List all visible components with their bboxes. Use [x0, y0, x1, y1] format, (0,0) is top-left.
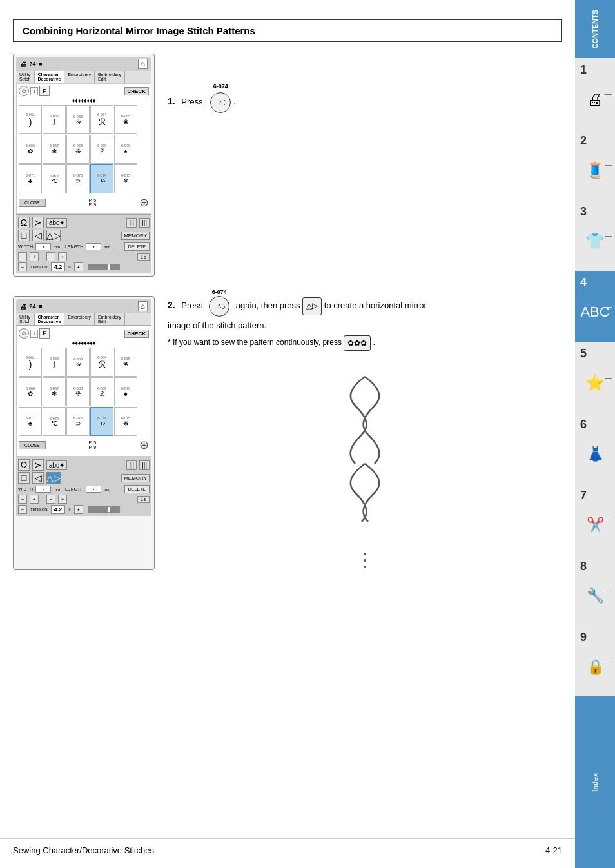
ctrl-mirror-2[interactable]: △▷ [46, 472, 61, 484]
ctrl-abc[interactable]: abc✦ [46, 218, 67, 228]
tension-label: TENSION [30, 265, 48, 269]
step2-button[interactable]: ꩳ [209, 296, 229, 317]
stitch-cell2-6063[interactable]: 6-063 𝒲 [66, 348, 90, 377]
stitch-cell2-6064[interactable]: 6-064 ℛ [90, 348, 113, 377]
stitch-cell-6075[interactable]: 6-075 ❋ [114, 164, 137, 193]
sidebar-tab-4[interactable]: 4 — ABC [575, 271, 615, 342]
stitch-cell-6067[interactable]: 6-067 ❃ [43, 135, 66, 164]
stitch-cell2-6067[interactable]: 6-067 ❃ [43, 377, 66, 406]
step2-mirror-btn[interactable]: △▷ [302, 297, 322, 315]
stitch-cell-6063[interactable]: 6-063 𝒲 [66, 105, 90, 134]
panel-check-row-2: ☺ ↕ F CHECK [19, 328, 149, 339]
stitch-cell2-6062[interactable]: 6-062 ∫ [43, 348, 66, 377]
sidebar-tab-8[interactable]: 8 — 🔧 [575, 555, 615, 626]
sidebar-tab-7[interactable]: 7 — ✂️ [575, 484, 615, 555]
panel-close-btn-1[interactable]: CLOSE [19, 199, 46, 207]
ctrl-bars: ||| [126, 218, 137, 228]
length-plus-btn[interactable]: + [58, 252, 67, 261]
ctrl-arrow-right[interactable]: ≻ [32, 217, 44, 228]
tension-plus-btn[interactable]: + [74, 262, 83, 271]
length-value-2: ▪ [86, 486, 101, 493]
panel-stitch-row-2-3: 6-071 ♣ 6-072 ℃ 6-073 ⊃ 6-074 ꩳ [19, 407, 149, 436]
ctrl-left-arrow-2[interactable]: ◁ [32, 472, 44, 484]
stitch-cell2-6073[interactable]: 6-073 ⊃ [66, 407, 90, 436]
stitch-cell2-6069[interactable]: 6-069 ℤ [90, 377, 113, 406]
stitch-cell2-6070[interactable]: 6-070 ♠ [114, 377, 137, 406]
panel-tab-character-2[interactable]: CharacterDecorative [35, 313, 65, 325]
stitch-cell-6072[interactable]: 6-072 ℃ [43, 164, 66, 193]
stitch-cell-6065[interactable]: 6-065 ❀ [114, 105, 137, 134]
step2-instruction: 2. Press 6-074 ꩳ again, then press △▷ to… [168, 296, 562, 351]
delete-btn-1[interactable]: DELETE [124, 242, 150, 251]
sidebar-tab-6[interactable]: 6 — 👗 [575, 413, 615, 484]
ctrl-omega-2[interactable]: Ω [18, 459, 30, 471]
stitch-cell2-6061[interactable]: 6-061 ) [19, 348, 42, 377]
ctrl-left-arrow[interactable]: ◁ [32, 230, 44, 241]
width-plus-btn[interactable]: + [30, 252, 39, 261]
stitch-cell-6070[interactable]: 6-070 ♠ [114, 135, 137, 164]
stitch-cell-6074[interactable]: 6-074 ꩳ [90, 164, 113, 193]
tension-plus-btn-2[interactable]: + [74, 505, 83, 514]
sidebar-tab-1[interactable]: 1 — 🖨 [575, 58, 615, 129]
sidebar-tab-index[interactable]: Index [575, 696, 615, 868]
stitch-cell-6071[interactable]: 6-071 ♣ [19, 164, 42, 193]
step1-button[interactable]: ꩳ [210, 92, 231, 113]
step1-row: 🖨 ?4↑■ ⌂ UtilityStitch CharacterDecorati… [13, 54, 562, 277]
ctrl-box-icon[interactable]: □ [18, 230, 30, 241]
length-minus-btn[interactable]: − [46, 252, 55, 261]
stitch-cell-6061[interactable]: 6-061 ) [19, 105, 42, 134]
tension-minus-btn-2[interactable]: − [18, 505, 27, 514]
stitch-cell2-6074[interactable]: 6-074 ꩳ [90, 407, 113, 436]
sidebar-tab-3[interactable]: 3 — 👕 [575, 200, 615, 271]
width-unit: mm [54, 245, 60, 249]
panel-tab-embroidery[interactable]: Embroidery [64, 71, 95, 83]
panel-tab-character[interactable]: CharacterDecorative [35, 71, 65, 83]
step2-continuous-btn[interactable]: ✿✿✿ [344, 335, 371, 351]
ctrl-omega[interactable]: Ω [18, 217, 30, 228]
stitch-cell-6064[interactable]: 6-064 ℛ [90, 105, 113, 134]
stitch-cell2-6075[interactable]: 6-075 ❋ [114, 407, 137, 436]
panel-tab-edit-2[interactable]: EmbroideryEdit [95, 313, 125, 325]
stitch-cell2-6071[interactable]: 6-071 ♣ [19, 407, 42, 436]
panel-check-btn-2[interactable]: CHECK [124, 330, 149, 338]
tension-minus-btn[interactable]: − [18, 262, 27, 271]
length-minus-btn-2[interactable]: − [46, 495, 55, 504]
ctrl-box-icon-2[interactable]: □ [18, 472, 30, 484]
panel-nav-arrow-2[interactable]: ⊕ [139, 438, 149, 452]
sidebar-tab-9[interactable]: 9 — 🔒 [575, 626, 615, 696]
panel-tab-utility[interactable]: UtilityStitch [16, 71, 35, 83]
step2-text3: to create a horizontal mirror [324, 301, 427, 310]
stitch-cell-6073[interactable]: 6-073 ⊃ [66, 164, 90, 193]
panel-f-icon: F [39, 86, 50, 96]
stitch-cell-6066[interactable]: 6-066 ✿ [19, 135, 42, 164]
panel-num-display-2: ↕ [30, 330, 38, 338]
delete-btn-2[interactable]: DELETE [124, 485, 150, 493]
panel-tab-embroidery-2[interactable]: Embroidery [64, 313, 95, 325]
panel-check-btn-1[interactable]: CHECK [124, 87, 149, 95]
stitch-cell2-6066[interactable]: 6-066 ✿ [19, 377, 42, 406]
length-plus-btn-2[interactable]: + [58, 495, 67, 504]
stitch-cell-6068[interactable]: 6-068 ❊ [66, 135, 90, 164]
stitch-align-row-2: ♦♦♦♦♦♦♦♦ [19, 340, 149, 346]
ctrl-memory-2[interactable]: MEMORY [121, 474, 150, 482]
sidebar-tab-5[interactable]: 5 — ⭐ [575, 342, 615, 413]
panel-tab-utility-2[interactable]: UtilityStitch [16, 313, 35, 325]
ctrl-memory[interactable]: MEMORY [121, 232, 150, 240]
panel-close-btn-2[interactable]: CLOSE [19, 441, 46, 449]
ctrl-abc-2[interactable]: abc✦ [46, 460, 67, 470]
stitch-cell-6069[interactable]: 6-069 ℤ [90, 135, 113, 164]
sidebar-tab-2[interactable]: 2 — 🧵 [575, 129, 615, 200]
panel-nav-arrow-1[interactable]: ⊕ [139, 195, 149, 210]
ctrl-arrow-right-2[interactable]: ≻ [32, 459, 44, 471]
width-minus-btn[interactable]: − [18, 252, 27, 261]
stitch-cell2-6068[interactable]: 6-068 ❊ [66, 377, 90, 406]
width-plus-btn-2[interactable]: + [30, 495, 39, 504]
sidebar-tab-contents[interactable]: CONTENTS [575, 0, 615, 58]
ctrl-mirror[interactable]: △▷ [46, 230, 61, 241]
panel-tab-edit[interactable]: EmbroideryEdit [95, 71, 125, 83]
stitch-cell-6062[interactable]: 6-062 ∫ [43, 105, 66, 134]
stitch-cell2-6065[interactable]: 6-065 ❀ [114, 348, 137, 377]
width-minus-btn-2[interactable]: − [18, 495, 27, 504]
stitch-cell2-6072[interactable]: 6-072 ℃ [43, 407, 66, 436]
panel-controls-2: Ω ≻ abc✦ ||| ||| □ ◁ △▷ MEMORY WIDTH ▪ m… [16, 457, 151, 516]
